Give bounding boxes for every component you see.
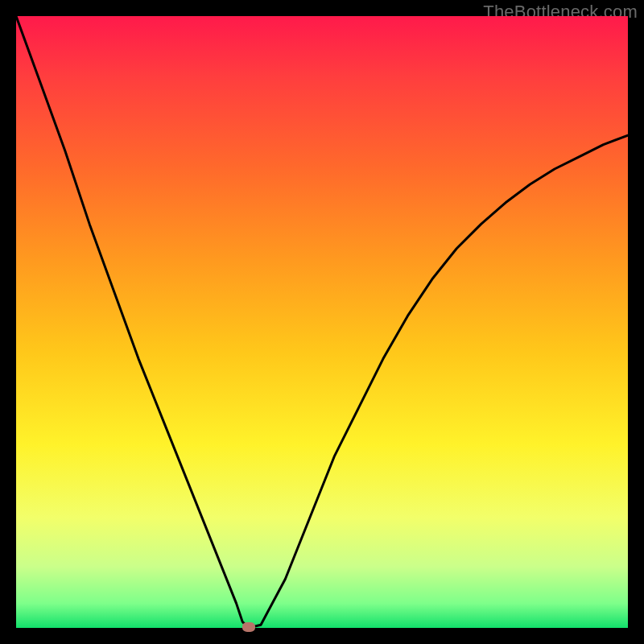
minimum-marker	[242, 622, 255, 632]
chart-frame: TheBottleneck.com	[0, 0, 644, 644]
line-curve	[16, 16, 628, 628]
plot-area	[16, 16, 628, 628]
